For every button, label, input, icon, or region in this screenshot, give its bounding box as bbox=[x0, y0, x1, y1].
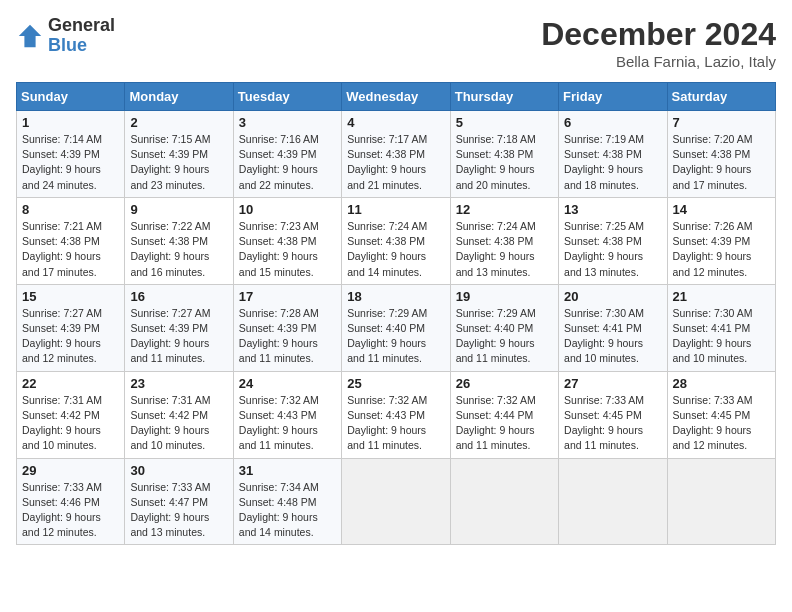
page-header: General Blue December 2024 Bella Farnia,… bbox=[16, 16, 776, 70]
calendar-cell: 17Sunrise: 7:28 AMSunset: 4:39 PMDayligh… bbox=[233, 284, 341, 371]
day-info: Sunrise: 7:20 AMSunset: 4:38 PMDaylight:… bbox=[673, 132, 770, 193]
day-info: Sunrise: 7:21 AMSunset: 4:38 PMDaylight:… bbox=[22, 219, 119, 280]
logo-text: General Blue bbox=[48, 16, 115, 56]
title-block: December 2024 Bella Farnia, Lazio, Italy bbox=[541, 16, 776, 70]
weekday-header-monday: Monday bbox=[125, 83, 233, 111]
calendar-cell: 13Sunrise: 7:25 AMSunset: 4:38 PMDayligh… bbox=[559, 197, 667, 284]
calendar-cell: 4Sunrise: 7:17 AMSunset: 4:38 PMDaylight… bbox=[342, 111, 450, 198]
calendar-cell: 10Sunrise: 7:23 AMSunset: 4:38 PMDayligh… bbox=[233, 197, 341, 284]
day-number: 7 bbox=[673, 115, 770, 130]
weekday-header-tuesday: Tuesday bbox=[233, 83, 341, 111]
day-info: Sunrise: 7:27 AMSunset: 4:39 PMDaylight:… bbox=[130, 306, 227, 367]
logo-line1: General bbox=[48, 16, 115, 36]
calendar-cell: 8Sunrise: 7:21 AMSunset: 4:38 PMDaylight… bbox=[17, 197, 125, 284]
calendar-cell: 19Sunrise: 7:29 AMSunset: 4:40 PMDayligh… bbox=[450, 284, 558, 371]
calendar-cell bbox=[450, 458, 558, 545]
day-number: 30 bbox=[130, 463, 227, 478]
svg-marker-0 bbox=[19, 25, 41, 47]
day-info: Sunrise: 7:17 AMSunset: 4:38 PMDaylight:… bbox=[347, 132, 444, 193]
calendar-cell: 5Sunrise: 7:18 AMSunset: 4:38 PMDaylight… bbox=[450, 111, 558, 198]
calendar-cell: 9Sunrise: 7:22 AMSunset: 4:38 PMDaylight… bbox=[125, 197, 233, 284]
weekday-header-thursday: Thursday bbox=[450, 83, 558, 111]
day-info: Sunrise: 7:33 AMSunset: 4:45 PMDaylight:… bbox=[673, 393, 770, 454]
day-number: 19 bbox=[456, 289, 553, 304]
day-info: Sunrise: 7:30 AMSunset: 4:41 PMDaylight:… bbox=[564, 306, 661, 367]
day-number: 12 bbox=[456, 202, 553, 217]
day-number: 9 bbox=[130, 202, 227, 217]
day-number: 15 bbox=[22, 289, 119, 304]
calendar-body: 1Sunrise: 7:14 AMSunset: 4:39 PMDaylight… bbox=[17, 111, 776, 545]
day-number: 26 bbox=[456, 376, 553, 391]
logo: General Blue bbox=[16, 16, 115, 56]
calendar-cell: 12Sunrise: 7:24 AMSunset: 4:38 PMDayligh… bbox=[450, 197, 558, 284]
day-info: Sunrise: 7:33 AMSunset: 4:46 PMDaylight:… bbox=[22, 480, 119, 541]
day-number: 23 bbox=[130, 376, 227, 391]
weekday-header-friday: Friday bbox=[559, 83, 667, 111]
day-number: 24 bbox=[239, 376, 336, 391]
day-number: 28 bbox=[673, 376, 770, 391]
day-info: Sunrise: 7:29 AMSunset: 4:40 PMDaylight:… bbox=[456, 306, 553, 367]
day-number: 14 bbox=[673, 202, 770, 217]
day-info: Sunrise: 7:31 AMSunset: 4:42 PMDaylight:… bbox=[130, 393, 227, 454]
calendar-cell: 20Sunrise: 7:30 AMSunset: 4:41 PMDayligh… bbox=[559, 284, 667, 371]
calendar-cell: 26Sunrise: 7:32 AMSunset: 4:44 PMDayligh… bbox=[450, 371, 558, 458]
day-info: Sunrise: 7:28 AMSunset: 4:39 PMDaylight:… bbox=[239, 306, 336, 367]
logo-line2: Blue bbox=[48, 36, 115, 56]
day-info: Sunrise: 7:25 AMSunset: 4:38 PMDaylight:… bbox=[564, 219, 661, 280]
day-number: 20 bbox=[564, 289, 661, 304]
weekday-header-wednesday: Wednesday bbox=[342, 83, 450, 111]
day-info: Sunrise: 7:19 AMSunset: 4:38 PMDaylight:… bbox=[564, 132, 661, 193]
day-number: 1 bbox=[22, 115, 119, 130]
calendar-cell: 31Sunrise: 7:34 AMSunset: 4:48 PMDayligh… bbox=[233, 458, 341, 545]
month-title: December 2024 bbox=[541, 16, 776, 53]
day-info: Sunrise: 7:18 AMSunset: 4:38 PMDaylight:… bbox=[456, 132, 553, 193]
day-info: Sunrise: 7:22 AMSunset: 4:38 PMDaylight:… bbox=[130, 219, 227, 280]
day-number: 6 bbox=[564, 115, 661, 130]
calendar-week-2: 8Sunrise: 7:21 AMSunset: 4:38 PMDaylight… bbox=[17, 197, 776, 284]
calendar-week-4: 22Sunrise: 7:31 AMSunset: 4:42 PMDayligh… bbox=[17, 371, 776, 458]
weekday-header-saturday: Saturday bbox=[667, 83, 775, 111]
day-info: Sunrise: 7:34 AMSunset: 4:48 PMDaylight:… bbox=[239, 480, 336, 541]
calendar-week-3: 15Sunrise: 7:27 AMSunset: 4:39 PMDayligh… bbox=[17, 284, 776, 371]
day-info: Sunrise: 7:31 AMSunset: 4:42 PMDaylight:… bbox=[22, 393, 119, 454]
day-number: 4 bbox=[347, 115, 444, 130]
day-info: Sunrise: 7:27 AMSunset: 4:39 PMDaylight:… bbox=[22, 306, 119, 367]
location: Bella Farnia, Lazio, Italy bbox=[541, 53, 776, 70]
calendar-cell: 15Sunrise: 7:27 AMSunset: 4:39 PMDayligh… bbox=[17, 284, 125, 371]
calendar-cell bbox=[667, 458, 775, 545]
calendar-cell: 2Sunrise: 7:15 AMSunset: 4:39 PMDaylight… bbox=[125, 111, 233, 198]
day-number: 31 bbox=[239, 463, 336, 478]
day-info: Sunrise: 7:15 AMSunset: 4:39 PMDaylight:… bbox=[130, 132, 227, 193]
day-number: 17 bbox=[239, 289, 336, 304]
day-info: Sunrise: 7:30 AMSunset: 4:41 PMDaylight:… bbox=[673, 306, 770, 367]
calendar-header: SundayMondayTuesdayWednesdayThursdayFrid… bbox=[17, 83, 776, 111]
calendar-cell: 22Sunrise: 7:31 AMSunset: 4:42 PMDayligh… bbox=[17, 371, 125, 458]
day-number: 16 bbox=[130, 289, 227, 304]
calendar-cell: 21Sunrise: 7:30 AMSunset: 4:41 PMDayligh… bbox=[667, 284, 775, 371]
day-number: 8 bbox=[22, 202, 119, 217]
day-number: 11 bbox=[347, 202, 444, 217]
day-number: 18 bbox=[347, 289, 444, 304]
calendar-cell: 1Sunrise: 7:14 AMSunset: 4:39 PMDaylight… bbox=[17, 111, 125, 198]
day-info: Sunrise: 7:24 AMSunset: 4:38 PMDaylight:… bbox=[456, 219, 553, 280]
day-info: Sunrise: 7:33 AMSunset: 4:45 PMDaylight:… bbox=[564, 393, 661, 454]
day-number: 27 bbox=[564, 376, 661, 391]
calendar-cell bbox=[559, 458, 667, 545]
day-info: Sunrise: 7:23 AMSunset: 4:38 PMDaylight:… bbox=[239, 219, 336, 280]
calendar-cell: 11Sunrise: 7:24 AMSunset: 4:38 PMDayligh… bbox=[342, 197, 450, 284]
day-number: 5 bbox=[456, 115, 553, 130]
calendar-week-5: 29Sunrise: 7:33 AMSunset: 4:46 PMDayligh… bbox=[17, 458, 776, 545]
calendar-cell: 6Sunrise: 7:19 AMSunset: 4:38 PMDaylight… bbox=[559, 111, 667, 198]
calendar-cell: 25Sunrise: 7:32 AMSunset: 4:43 PMDayligh… bbox=[342, 371, 450, 458]
calendar-cell: 23Sunrise: 7:31 AMSunset: 4:42 PMDayligh… bbox=[125, 371, 233, 458]
calendar-cell: 16Sunrise: 7:27 AMSunset: 4:39 PMDayligh… bbox=[125, 284, 233, 371]
calendar-cell: 27Sunrise: 7:33 AMSunset: 4:45 PMDayligh… bbox=[559, 371, 667, 458]
day-info: Sunrise: 7:16 AMSunset: 4:39 PMDaylight:… bbox=[239, 132, 336, 193]
day-number: 21 bbox=[673, 289, 770, 304]
calendar-cell: 14Sunrise: 7:26 AMSunset: 4:39 PMDayligh… bbox=[667, 197, 775, 284]
day-number: 29 bbox=[22, 463, 119, 478]
calendar-cell: 30Sunrise: 7:33 AMSunset: 4:47 PMDayligh… bbox=[125, 458, 233, 545]
logo-icon bbox=[16, 22, 44, 50]
day-info: Sunrise: 7:14 AMSunset: 4:39 PMDaylight:… bbox=[22, 132, 119, 193]
day-info: Sunrise: 7:29 AMSunset: 4:40 PMDaylight:… bbox=[347, 306, 444, 367]
